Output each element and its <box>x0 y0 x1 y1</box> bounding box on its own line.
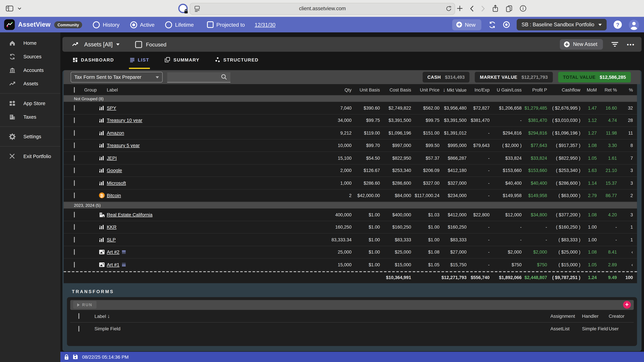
mode-lifetime[interactable]: Lifetime <box>165 21 194 28</box>
row-checkbox[interactable] <box>74 142 75 148</box>
projected-to-toggle[interactable]: Projected to <box>207 21 245 28</box>
table-row[interactable]: Art #2 25,000$1.00$25,000$1.08$27,000-$2… <box>64 246 637 259</box>
col-unit-basis[interactable]: Unit Basis <box>360 87 380 92</box>
col-label[interactable]: Label ↓ <box>94 313 110 319</box>
search-input[interactable] <box>167 72 230 82</box>
filter-icon[interactable] <box>611 42 619 47</box>
sidebar-item-home[interactable]: Home <box>0 36 60 50</box>
row-checkbox[interactable] <box>74 262 75 268</box>
view-title[interactable]: Assets [All] <box>84 41 113 48</box>
table-row[interactable]: Art #1 15,000$1.00$15,000$1.05$15,750-$7… <box>64 259 637 271</box>
col-label[interactable]: Label <box>107 87 118 92</box>
row-checkbox[interactable] <box>74 168 75 173</box>
col-assignment[interactable]: Assignment <box>550 313 575 318</box>
tab-structured[interactable]: STRUCTURED <box>214 52 260 69</box>
col-qty[interactable]: Qty <box>344 87 352 92</box>
table-row[interactable]: Real Estate California400,000$1.00$400,0… <box>64 209 637 221</box>
asset-link[interactable]: Amazon <box>107 130 124 135</box>
table-row[interactable]: Treasury 10 year34,000$99.75$3,391,500$9… <box>64 114 637 127</box>
sidebar-item-settings[interactable]: Settings <box>0 130 60 143</box>
more-options-icon[interactable]: ••• <box>627 41 635 47</box>
transform-row[interactable]: Simple Field AssetList Simple Field User <box>70 323 634 335</box>
asset-link[interactable]: Real Estate California <box>107 212 152 217</box>
table-row[interactable]: Treasury 5 year10,000$99.70$997,000$99.5… <box>64 139 637 152</box>
asset-link[interactable]: SPY <box>107 105 116 110</box>
filter-select[interactable]: Tax Form Sent to Tax Preparer <box>70 72 163 83</box>
row-checkbox[interactable] <box>74 249 75 255</box>
url-text[interactable]: client.assetview.com <box>190 3 455 14</box>
row-checkbox[interactable] <box>74 117 75 123</box>
save-icon[interactable] <box>72 354 78 360</box>
back-icon[interactable] <box>470 5 474 12</box>
group-header[interactable]: 2023, 2024 (5) <box>64 202 637 209</box>
row-checkbox[interactable] <box>74 180 75 186</box>
sidebar-item-sources[interactable]: Sources <box>0 50 60 63</box>
url-bar[interactable]: client.assetview.com <box>190 3 455 15</box>
chevron-down-icon[interactable] <box>116 43 120 45</box>
table-row[interactable]: SLP83,333.34$1.00$83,333$1.00$83,333---(… <box>64 233 637 246</box>
col-ret[interactable]: Ret % <box>604 87 617 92</box>
add-transform-button[interactable]: + <box>623 301 631 309</box>
row-checkbox[interactable] <box>74 237 75 242</box>
col-cost-basis[interactable]: Cost Basis <box>390 87 411 92</box>
tab-list[interactable]: LIST <box>129 52 150 69</box>
asset-link[interactable]: Treasury 10 year <box>107 118 142 123</box>
row-checkbox[interactable] <box>74 193 75 198</box>
table-row[interactable]: Microsoft1,000$286.60$286,600$327.00$327… <box>64 177 637 190</box>
sidebar-item-app-store[interactable]: App Store <box>0 96 60 110</box>
table-row[interactable]: SPY7,040$390.60$2,749,822$562.00$3,956,4… <box>64 102 637 114</box>
table-row[interactable]: ₿Bitcoin2$42,000.00$84,000$117,000.24$23… <box>64 189 637 202</box>
asset-link[interactable]: Bitcoin <box>107 193 121 198</box>
row-checkbox[interactable] <box>78 326 79 331</box>
asset-link[interactable]: Art #1 <box>107 262 126 267</box>
avatar[interactable] <box>629 19 639 30</box>
radio-unchecked-icon[interactable] <box>165 21 172 28</box>
new-tab-icon[interactable] <box>457 5 463 11</box>
radio-unchecked-icon[interactable] <box>93 21 100 28</box>
col-mkt-value[interactable]: ↓ Mkt Value <box>443 87 466 93</box>
asset-link[interactable]: KKR <box>107 225 116 229</box>
row-checkbox[interactable] <box>74 130 75 136</box>
select-all-checkbox[interactable] <box>78 313 79 319</box>
group-header[interactable]: Not Grouped (8) <box>64 95 637 102</box>
col-group[interactable]: Group <box>84 87 97 92</box>
projected-date-link[interactable]: 12/31/30 <box>255 22 276 28</box>
sidebar-item-taxes[interactable]: Taxes <box>0 110 60 123</box>
new-asset-button[interactable]: New Asset <box>560 39 603 50</box>
asset-link[interactable]: Art #2 <box>107 250 126 255</box>
row-checkbox[interactable] <box>74 155 75 161</box>
transform-label[interactable]: Simple Field <box>94 326 120 331</box>
tab-summary[interactable]: SUMMARY <box>164 52 200 69</box>
tabs-copy-icon[interactable] <box>506 5 513 12</box>
sidebar-item-accounts[interactable]: Accounts <box>0 63 60 77</box>
run-button[interactable]: RUN <box>73 301 96 309</box>
mode-active[interactable]: Active <box>130 21 154 28</box>
row-checkbox[interactable] <box>74 224 75 230</box>
info-icon[interactable] <box>520 5 526 12</box>
tab-dashboard[interactable]: DASHBOARD <box>72 52 115 69</box>
table-row[interactable]: Google2,000$126.67$253,340$206.09$412,18… <box>64 164 637 177</box>
sync-icon[interactable] <box>488 21 496 29</box>
forward-icon[interactable] <box>481 5 485 12</box>
radio-checked-icon[interactable] <box>130 21 137 28</box>
share-icon[interactable] <box>492 4 498 12</box>
sidebar-item-exit-portfolio[interactable]: Exit Portfolio <box>0 149 60 163</box>
sidebar-toggle-icon[interactable] <box>6 5 14 12</box>
col-unit-price[interactable]: Unit Price <box>420 87 440 92</box>
col-mom[interactable]: MoM <box>587 87 597 92</box>
focused-checkbox[interactable] <box>135 41 142 48</box>
asset-link[interactable]: Microsoft <box>107 180 126 185</box>
row-checkbox[interactable] <box>74 105 75 111</box>
table-row[interactable]: Amazon9,212$119.00$1,096,196$151.00$1,39… <box>64 127 637 139</box>
new-button[interactable]: New <box>452 19 481 30</box>
help-icon[interactable]: ? <box>614 20 622 29</box>
col-creator[interactable]: Creator <box>608 313 624 318</box>
asset-link[interactable]: Google <box>107 168 122 173</box>
col-u-gain-loss[interactable]: U Gain/Loss <box>497 87 522 92</box>
portfolio-select[interactable]: SB : Baseline Sandbox Portfolio <box>516 19 606 30</box>
toolbar-chevron-down-icon[interactable] <box>18 7 21 10</box>
table-row[interactable]: JEPI15,100$54.50$822,950$57.37$866,287-$… <box>64 152 637 164</box>
view-target-icon[interactable] <box>503 21 510 28</box>
col-profit-p[interactable]: Profit P <box>532 87 547 92</box>
select-all-checkbox[interactable] <box>74 87 75 92</box>
